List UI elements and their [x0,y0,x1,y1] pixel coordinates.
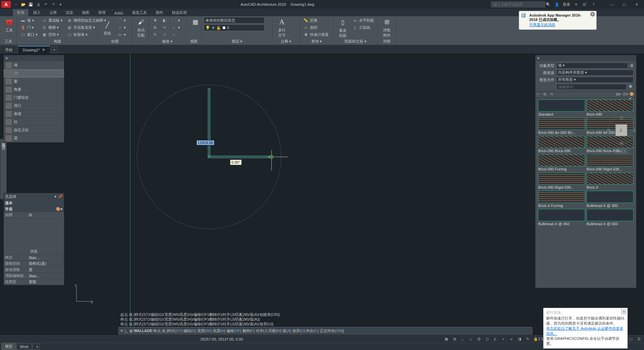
view-cube[interactable]: 北 南 东 西 上 WCS [606,115,637,145]
style-item[interactable]: Brick-090 [586,99,634,116]
save-icon[interactable]: 💾 [28,1,34,7]
close-icon[interactable]: ✕ [537,56,540,61]
remove-icon[interactable]: ✕ [550,92,556,97]
search-icon[interactable]: 🔍 [545,1,551,7]
distance-button[interactable]: 📏距离 [302,17,330,24]
rotate-button[interactable]: ↻ [151,31,159,38]
tab-drawing1[interactable]: Drawing1*✕ [18,46,50,53]
quickcalc-button[interactable]: 🖩快速计算器 [302,31,330,38]
scale-button[interactable]: ⤢ [160,31,169,38]
tab-a360[interactable]: A360 [110,10,127,16]
property-row[interactable]: 段类型直线 [4,279,64,285]
style-item[interactable]: Brick-090 Air-050 Bri... [538,118,585,135]
style-item[interactable]: Brick-X Furring [538,191,585,208]
style-item[interactable]: Brick-X [586,172,634,189]
match-style-button[interactable]: 🖌样式 匹配 [134,17,148,38]
layer-state-combo[interactable]: 未保存的图层状态 [204,17,265,24]
close-icon[interactable]: ✕ [621,309,626,314]
toast-dismiss-link[interactable]: 不再显示此消息 [529,23,555,27]
door-button[interactable]: 🚪门 ▾ [19,24,39,31]
hsect-button[interactable]: ▭水平剖面 [351,17,375,24]
paint-icon[interactable]: 🎨▾ [56,207,63,211]
tab-home[interactable]: 常用 [13,9,28,16]
style-search-input[interactable] [556,84,627,90]
object-type-select[interactable]: 墙 ▾ [556,63,628,69]
view-grid-icon[interactable]: ⊞▾ [616,92,621,97]
tool-palette-item[interactable]: 窗 [4,77,64,86]
vsect-button[interactable]: ▯垂直 剖面 [336,17,350,39]
property-row[interactable]: 自动清除是 [4,267,64,273]
new-icon[interactable]: ▫ [13,1,19,7]
transparency-toggle[interactable]: ◨ [516,336,523,342]
fillet-button[interactable]: ⌐▾ [170,24,181,31]
cart-icon[interactable]: 🛒 [582,1,588,7]
tab-addins[interactable]: 插件 [152,9,167,16]
property-row[interactable]: 清除编辑组...Stan... [4,273,64,279]
otrack-toggle[interactable]: ∠ [492,336,498,342]
model-toggle[interactable]: ▦ [443,336,449,342]
layout-work[interactable]: Work [16,344,32,350]
style-item[interactable]: Bulkhead-X @ 450 [538,209,585,226]
hw-popup-link[interactable]: 单击此处以了解关于 Autodesk 认证硬件的更多信息。 [546,326,623,335]
ucs-icon[interactable]: YX [74,284,94,305]
tab-new-icon[interactable]: + [51,47,58,53]
tool-palette-item[interactable]: 洞口 [4,102,64,110]
close-icon[interactable]: ✕ [120,329,123,333]
color-wheel-icon[interactable]: 🎨▾ [629,92,635,97]
detail-button[interactable]: ⊞详图 构件 [380,17,394,38]
style-item[interactable]: Brick-090 Rigid-038... [538,172,585,189]
maximize-icon[interactable]: ▢ [618,0,630,9]
tab-close-icon[interactable]: ✕ [42,48,45,52]
close-icon[interactable]: ✕ [630,0,643,9]
elev-button[interactable]: ▯立面线 [351,24,375,31]
command-line[interactable]: ✕ ⟩_ ▥ WALLADD 终点 或 [样式(ST) 编组(G) 宽度(WI)… [118,327,532,334]
grid-toggle[interactable]: ⊞ [451,336,458,342]
close-icon[interactable]: ✕ [590,12,595,17]
style-item[interactable]: Brick-090 Brick-090 [538,136,585,153]
circle-button[interactable]: ○▾ [116,24,127,31]
tab-view[interactable]: 视图 [78,9,93,16]
property-row[interactable]: 样式Stan... [4,255,64,261]
ortho-toggle[interactable]: ⊥ [468,336,474,342]
line-button[interactable]: ╱直线 [100,17,114,39]
redo-icon[interactable]: ↷ [50,1,56,7]
stair-button[interactable]: ☰楼梯 ▾ [40,24,64,31]
polar-toggle[interactable]: ⦿ [476,336,482,342]
copy-button[interactable]: ⧉ [151,24,159,31]
qat-more-icon[interactable]: ▾ [58,1,64,7]
minimize-icon[interactable]: — [606,0,618,9]
tool-palette-item[interactable]: 门窗组合 [4,94,64,102]
layout-model[interactable]: 模型 [1,343,16,350]
exchange-icon[interactable]: ✕ [573,1,579,7]
stretch-button[interactable]: ↔ [170,31,181,38]
open-icon[interactable]: 📂 [20,1,26,7]
drawing-canvas[interactable]: 11918.00 0.00° YX [68,54,536,335]
prop-group-basic[interactable]: 基本 [4,200,64,206]
tool-palette-item[interactable]: 自定义柱 [4,126,64,134]
style-item[interactable]: Bulkhead-X @ 600 [586,209,634,226]
style-item[interactable]: Bulkhead-X @ 300 [586,191,634,208]
print-icon[interactable]: 🖨 [35,1,41,7]
app-logo[interactable]: A [1,1,11,8]
undo-icon[interactable]: ↶ [43,1,49,7]
style-item[interactable]: Standard [538,99,585,116]
roof-panel-button[interactable]: ▱屋顶板 ▾ [40,17,64,24]
tool-palette-item[interactable]: 门 [4,69,64,77]
tab-visual[interactable]: 视觉工具 [128,9,151,16]
clean-screen-icon[interactable]: ▢ [628,336,634,342]
snap-toggle[interactable]: ∟ [460,336,466,342]
tool-palette-item[interactable]: 墙 [4,61,64,69]
gear-icon[interactable]: ⚙ [630,64,634,68]
prop-head[interactable]: 无选择 ▾ 📌 [4,193,64,200]
layer-current-combo[interactable]: 💡☀🔓 0 [204,24,265,31]
customize-icon[interactable]: ☰ [636,336,642,342]
property-row[interactable]: 限制空间按样式(是) [4,261,64,267]
dyninput-toggle[interactable]: + [500,336,506,342]
tool-palette-item[interactable]: 梁 [4,134,64,142]
area-button[interactable]: ▱面积 [302,24,330,31]
view-list-icon[interactable]: ☰▾ [623,92,628,97]
arc-button[interactable]: ⌒▾ [116,17,127,24]
view-button[interactable]: ▦ [188,17,202,27]
move-button[interactable]: ✥ [151,17,159,24]
mirror-button[interactable]: ◧ [160,17,169,24]
